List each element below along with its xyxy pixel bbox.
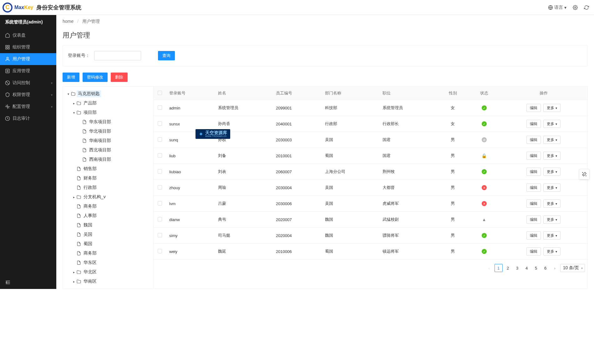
cell-empno: 2020004 xyxy=(273,228,322,244)
row-checkbox[interactable] xyxy=(158,153,162,158)
delete-button[interactable]: 删除 xyxy=(111,73,128,82)
page-4[interactable]: 4 xyxy=(523,264,531,272)
settings-button[interactable] xyxy=(573,5,578,10)
sidebar-item-7[interactable]: 日志审计 xyxy=(0,113,56,124)
row-checkbox[interactable] xyxy=(158,137,162,142)
edit-button[interactable]: 编辑 xyxy=(526,184,541,192)
login-account-input[interactable] xyxy=(94,51,141,60)
sidebar-item-3[interactable]: 应用管理 xyxy=(0,65,56,77)
sidebar-icon xyxy=(5,45,10,50)
page-2[interactable]: 2 xyxy=(504,264,512,272)
edit-button[interactable]: 编辑 xyxy=(526,136,541,144)
more-button[interactable]: 更多 ▾ xyxy=(543,104,561,112)
tree-toggle[interactable]: ▸ xyxy=(72,195,75,199)
row-checkbox[interactable] xyxy=(158,233,162,237)
tree-node[interactable]: 吴国 xyxy=(64,230,152,239)
edit-button[interactable]: 编辑 xyxy=(526,168,541,176)
refresh-button[interactable] xyxy=(584,5,589,10)
language-selector[interactable]: 语言 ▾ xyxy=(548,5,566,10)
page-1[interactable]: 1 xyxy=(495,264,503,272)
edit-button[interactable]: 编辑 xyxy=(526,200,541,208)
chevron-down-icon: ▾ xyxy=(581,266,583,270)
row-checkbox[interactable] xyxy=(158,201,162,205)
more-button[interactable]: 更多 ▾ xyxy=(543,136,561,144)
tree-node[interactable]: ▾项目部 xyxy=(64,108,152,117)
tree-label: 华东项目部 xyxy=(88,119,112,125)
edit-button[interactable]: 编辑 xyxy=(526,152,541,160)
tree-node[interactable]: ▸华南区 xyxy=(64,277,152,286)
row-checkbox[interactable] xyxy=(158,105,162,110)
tree-node[interactable]: 蜀国 xyxy=(64,239,152,249)
tree-node[interactable]: 魏国 xyxy=(64,220,152,230)
tree-toggle[interactable]: ▾ xyxy=(67,92,70,96)
tree-node[interactable]: 人事部 xyxy=(64,211,152,220)
tree-toggle[interactable]: ▸ xyxy=(72,270,75,274)
add-button[interactable]: 新增 xyxy=(63,73,79,82)
more-button[interactable]: 更多 ▾ xyxy=(543,120,561,128)
page-5[interactable]: 5 xyxy=(532,264,540,272)
page-3[interactable]: 3 xyxy=(513,264,521,272)
tree-toggle[interactable]: ▸ xyxy=(72,280,75,283)
float-tool-button[interactable] xyxy=(579,169,590,179)
magic-icon xyxy=(581,171,587,177)
more-button[interactable]: 更多 ▾ xyxy=(543,152,561,160)
tree-node[interactable]: 销售部 xyxy=(64,164,152,174)
tree-node[interactable]: ▾马克思钥匙 xyxy=(64,89,152,99)
file-icon xyxy=(82,157,87,162)
sidebar-item-1[interactable]: 组织管理 xyxy=(0,41,56,53)
chevron-down-icon: ▾ xyxy=(564,5,566,10)
tree-node[interactable]: 西南项目部 xyxy=(64,155,152,164)
sidebar-item-5[interactable]: 权限管理▾ xyxy=(0,89,56,101)
col-header: 部门名称 xyxy=(322,87,380,100)
tree-label: 魏国 xyxy=(82,222,94,229)
page-prev[interactable]: ‹ xyxy=(485,264,493,272)
search-button[interactable]: 查询 xyxy=(158,51,175,60)
tree-node[interactable]: 商务部 xyxy=(64,202,152,211)
row-checkbox[interactable] xyxy=(158,249,162,253)
tree-node[interactable]: ▸产品部 xyxy=(64,99,152,108)
row-checkbox[interactable] xyxy=(158,217,162,221)
sidebar-item-4[interactable]: 访问控制▾ xyxy=(0,77,56,89)
tree-node[interactable]: 华南项目部 xyxy=(64,136,152,145)
tree-node[interactable]: 商务部 xyxy=(64,249,152,258)
edit-button[interactable]: 编辑 xyxy=(526,231,541,240)
breadcrumb-home[interactable]: home xyxy=(63,19,74,24)
cell-dept: 吴国 xyxy=(322,180,380,196)
sidebar-item-6[interactable]: 配置管理▾ xyxy=(0,101,56,113)
more-button[interactable]: 更多 ▾ xyxy=(543,231,561,240)
tree-node[interactable]: 华东项目部 xyxy=(64,117,152,127)
edit-button[interactable]: 编辑 xyxy=(526,215,541,224)
more-button[interactable]: 更多 ▾ xyxy=(543,247,561,255)
tree-node[interactable]: ▸华北区 xyxy=(64,267,152,277)
sidebar-collapse-button[interactable] xyxy=(0,276,56,289)
more-button[interactable]: 更多 ▾ xyxy=(543,184,561,192)
page-next[interactable]: › xyxy=(551,264,559,272)
chevron-down-icon: ▾ xyxy=(556,122,557,126)
cell-status: ✓ xyxy=(469,244,500,260)
more-button[interactable]: 更多 ▾ xyxy=(543,200,561,208)
page-size-selector[interactable]: 10 条/页 ▾ xyxy=(560,264,585,272)
select-all-checkbox[interactable] xyxy=(158,91,162,95)
chevron-down-icon: ▾ xyxy=(556,154,557,158)
tree-toggle[interactable]: ▸ xyxy=(72,102,75,105)
tree-toggle[interactable]: ▾ xyxy=(72,111,75,114)
edit-button[interactable]: 编辑 xyxy=(526,120,541,128)
page-6[interactable]: 6 xyxy=(541,264,550,272)
tree-node[interactable]: 华北项目部 xyxy=(64,127,152,136)
tree-node[interactable]: 财务部 xyxy=(64,174,152,183)
edit-button[interactable]: 编辑 xyxy=(526,247,541,255)
sidebar-item-2[interactable]: 用户管理 xyxy=(0,53,56,65)
sidebar-item-0[interactable]: 仪表盘 xyxy=(0,29,56,41)
tree-node[interactable]: 西北项目部 xyxy=(64,145,152,155)
row-checkbox[interactable] xyxy=(158,121,162,126)
tree-node[interactable]: ▸分支机构_v xyxy=(64,192,152,202)
more-button[interactable]: 更多 ▾ xyxy=(543,215,561,224)
sidebar-icon xyxy=(5,92,10,97)
tree-node[interactable]: 华东区 xyxy=(64,258,152,267)
more-button[interactable]: 更多 ▾ xyxy=(543,168,561,176)
edit-button[interactable]: 编辑 xyxy=(526,104,541,112)
row-checkbox[interactable] xyxy=(158,185,162,190)
change-password-button[interactable]: 密码修改 xyxy=(83,73,108,82)
tree-node[interactable]: 行政部 xyxy=(64,183,152,192)
row-checkbox[interactable] xyxy=(158,169,162,174)
